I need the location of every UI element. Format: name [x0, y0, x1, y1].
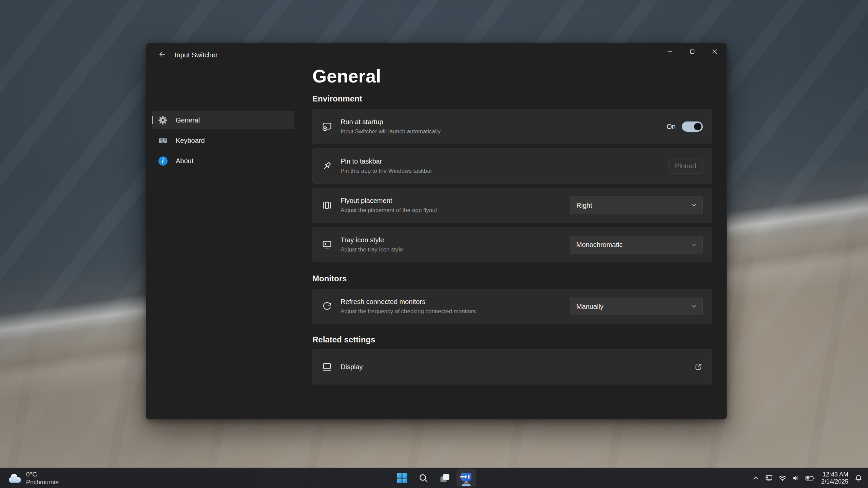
search-button[interactable]: [413, 469, 433, 487]
run-at-startup-toggle[interactable]: [682, 121, 703, 132]
task-view-button[interactable]: [435, 469, 455, 487]
wifi-icon-glyph: [778, 474, 787, 483]
refresh-monitors-dropdown[interactable]: Manually: [570, 298, 703, 315]
sidebar-item-about[interactable]: i About: [152, 152, 294, 170]
weather-temperature: 0°C: [26, 471, 59, 478]
setting-title: Pin to taskbar: [341, 157, 668, 165]
chevron-up-icon: [752, 474, 760, 482]
setting-description: Adjust the placement of the app flyout: [341, 207, 570, 214]
dropdown-value: Manually: [576, 303, 603, 311]
gear-icon: [157, 115, 168, 126]
search-icon: [418, 473, 429, 484]
sidebar: General Keyboard i About: [152, 111, 294, 172]
pin-icon: [322, 161, 332, 171]
section-header-monitors: Monitors: [312, 274, 712, 283]
tray-icon-style-dropdown[interactable]: Monochromatic: [570, 236, 703, 254]
weather-condition: Pochmurnie: [26, 479, 59, 486]
chevron-down-icon: [690, 202, 698, 209]
pinned-button[interactable]: Pinned: [668, 158, 703, 174]
monitor-arrow-icon: [765, 474, 773, 483]
sidebar-item-general[interactable]: General: [152, 111, 294, 129]
setting-row-flyout-placement: Flyout placement Adjust the placement of…: [312, 188, 712, 223]
cloudy-weather-icon: [8, 474, 22, 483]
tray-input-switcher-icon[interactable]: [762, 470, 776, 486]
battery-charging-icon: [805, 474, 815, 483]
tray-style-icon: [322, 239, 332, 250]
keyboard-icon: [157, 135, 168, 146]
section-header-environment: Environment: [312, 94, 712, 104]
taskbar-app-input-switcher[interactable]: [456, 469, 476, 487]
bell-icon: [854, 474, 863, 483]
related-setting-display[interactable]: Display: [312, 349, 712, 384]
setting-description: Adjust the frequency of checking connect…: [341, 308, 570, 315]
back-button[interactable]: [154, 47, 170, 61]
setting-title: Run at startup: [341, 118, 667, 126]
close-icon: [711, 48, 718, 55]
clock-date: 2/14/2025: [821, 478, 848, 485]
notifications-button[interactable]: [852, 470, 865, 486]
battery-icon[interactable]: [803, 470, 817, 486]
flyout-placement-dropdown[interactable]: Right: [570, 196, 703, 214]
setting-description: Pin this app to the Windows taskbar: [341, 168, 668, 174]
wifi-icon[interactable]: [776, 470, 789, 486]
start-button[interactable]: [392, 469, 412, 487]
volume-icon[interactable]: [789, 470, 803, 486]
sidebar-item-label: About: [176, 157, 193, 165]
active-app-indicator: [462, 484, 470, 486]
setting-title: Flyout placement: [341, 197, 570, 205]
toggle-state-label: On: [667, 123, 676, 131]
display-icon: [322, 361, 332, 372]
clock[interactable]: 12:43 AM 2/14/2025: [817, 471, 852, 485]
back-arrow-icon: [158, 51, 166, 58]
dropdown-value: Monochromatic: [576, 241, 623, 249]
startup-icon: [322, 121, 332, 132]
setting-row-tray-icon-style: Tray icon style Adjust the tray icon sty…: [312, 227, 712, 262]
info-icon: i: [157, 155, 168, 166]
window-title: Input Switcher: [175, 43, 218, 67]
weather-widget[interactable]: 0°C Pochmurnie: [5, 468, 62, 488]
chevron-down-icon: [690, 303, 698, 310]
setting-title: Tray icon style: [341, 236, 570, 244]
chevron-down-icon: [690, 241, 698, 248]
input-switcher-app-icon: [460, 472, 472, 485]
input-switcher-window: Input Switcher: [146, 43, 727, 419]
setting-description: Input Switcher will launch automatically: [341, 128, 667, 135]
sidebar-item-keyboard[interactable]: Keyboard: [152, 131, 294, 150]
setting-row-pin-to-taskbar: Pin to taskbar Pin this app to the Windo…: [312, 148, 712, 184]
toggle-knob: [694, 123, 701, 130]
setting-description: Adjust the tray icon style: [341, 246, 570, 253]
hidden-icons-chevron[interactable]: [749, 470, 762, 486]
setting-row-refresh-monitors: Refresh connected monitors Adjust the fr…: [312, 289, 712, 324]
external-link-icon: [694, 362, 703, 371]
page-title: General: [312, 65, 712, 87]
setting-row-run-at-startup: Run at startup Input Switcher will launc…: [312, 109, 712, 144]
taskbar: 0°C Pochmurnie: [0, 468, 868, 488]
dropdown-value: Right: [576, 202, 592, 209]
speaker-icon: [792, 474, 801, 483]
setting-title: Display: [341, 363, 694, 371]
sidebar-item-label: Keyboard: [176, 137, 205, 145]
section-header-related-settings: Related settings: [312, 335, 712, 344]
windows-logo-icon: [397, 473, 407, 484]
settings-content: General Environment Run at startup Input…: [312, 43, 712, 419]
clock-time: 12:43 AM: [821, 471, 848, 478]
refresh-icon: [322, 301, 332, 312]
setting-title: Refresh connected monitors: [341, 298, 570, 306]
task-view-icon: [439, 472, 450, 484]
sidebar-item-label: General: [176, 116, 200, 124]
flyout-icon: [322, 200, 332, 211]
